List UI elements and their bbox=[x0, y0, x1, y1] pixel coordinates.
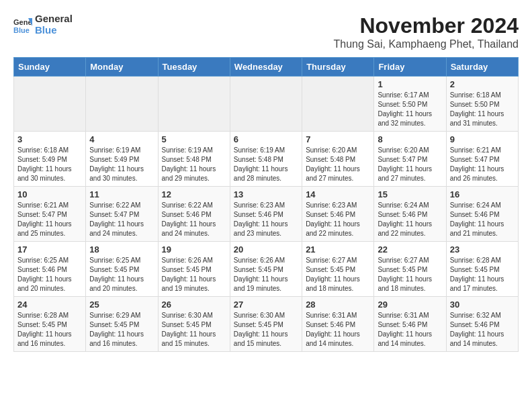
day-info: Sunrise: 6:21 AM Sunset: 5:47 PM Dayligh… bbox=[17, 201, 82, 238]
calendar-week-row: 10Sunrise: 6:21 AM Sunset: 5:47 PM Dayli… bbox=[14, 187, 519, 242]
day-number: 13 bbox=[234, 189, 298, 199]
calendar-cell: 19Sunrise: 6:26 AM Sunset: 5:45 PM Dayli… bbox=[158, 242, 230, 297]
calendar-cell: 27Sunrise: 6:30 AM Sunset: 5:45 PM Dayli… bbox=[230, 297, 302, 352]
day-number: 11 bbox=[89, 189, 154, 199]
day-info: Sunrise: 6:19 AM Sunset: 5:48 PM Dayligh… bbox=[234, 146, 298, 183]
calendar-cell: 14Sunrise: 6:23 AM Sunset: 5:46 PM Dayli… bbox=[302, 187, 374, 242]
calendar-cell: 16Sunrise: 6:24 AM Sunset: 5:46 PM Dayli… bbox=[446, 187, 518, 242]
day-number: 24 bbox=[17, 300, 82, 310]
day-info: Sunrise: 6:22 AM Sunset: 5:46 PM Dayligh… bbox=[162, 201, 226, 238]
day-info: Sunrise: 6:20 AM Sunset: 5:48 PM Dayligh… bbox=[306, 146, 370, 183]
weekday-header: Thursday bbox=[302, 58, 374, 77]
calendar-cell: 4Sunrise: 6:19 AM Sunset: 5:49 PM Daylig… bbox=[86, 132, 158, 187]
day-number: 20 bbox=[234, 244, 298, 255]
day-info: Sunrise: 6:31 AM Sunset: 5:46 PM Dayligh… bbox=[306, 311, 370, 349]
calendar-cell: 21Sunrise: 6:27 AM Sunset: 5:45 PM Dayli… bbox=[302, 242, 374, 297]
calendar-cell: 13Sunrise: 6:23 AM Sunset: 5:46 PM Dayli… bbox=[230, 187, 302, 242]
calendar-cell: 26Sunrise: 6:30 AM Sunset: 5:45 PM Dayli… bbox=[158, 297, 230, 352]
day-info: Sunrise: 6:21 AM Sunset: 5:47 PM Dayligh… bbox=[450, 146, 515, 183]
day-info: Sunrise: 6:26 AM Sunset: 5:45 PM Dayligh… bbox=[162, 256, 226, 293]
calendar-cell: 5Sunrise: 6:19 AM Sunset: 5:48 PM Daylig… bbox=[158, 132, 230, 187]
day-info: Sunrise: 6:17 AM Sunset: 5:50 PM Dayligh… bbox=[378, 91, 442, 128]
day-number: 17 bbox=[17, 244, 82, 255]
day-info: Sunrise: 6:18 AM Sunset: 5:50 PM Dayligh… bbox=[450, 91, 515, 128]
day-number: 21 bbox=[306, 244, 370, 255]
day-info: Sunrise: 6:30 AM Sunset: 5:45 PM Dayligh… bbox=[234, 311, 298, 349]
day-number: 10 bbox=[17, 189, 82, 199]
calendar-cell: 10Sunrise: 6:21 AM Sunset: 5:47 PM Dayli… bbox=[14, 187, 86, 242]
day-number: 12 bbox=[162, 189, 226, 199]
day-number: 4 bbox=[89, 134, 154, 144]
title-area: November 2024 Thung Sai, Kamphaeng Phet,… bbox=[334, 13, 519, 50]
calendar-week-row: 24Sunrise: 6:28 AM Sunset: 5:45 PM Dayli… bbox=[14, 297, 519, 352]
calendar-cell: 20Sunrise: 6:26 AM Sunset: 5:45 PM Dayli… bbox=[230, 242, 302, 297]
weekday-header: Sunday bbox=[14, 58, 86, 77]
day-number: 27 bbox=[234, 300, 298, 310]
day-number: 23 bbox=[450, 244, 515, 255]
day-number: 16 bbox=[450, 189, 515, 199]
calendar-cell: 3Sunrise: 6:18 AM Sunset: 5:49 PM Daylig… bbox=[14, 132, 86, 187]
day-info: Sunrise: 6:19 AM Sunset: 5:49 PM Dayligh… bbox=[89, 146, 154, 183]
day-info: Sunrise: 6:26 AM Sunset: 5:45 PM Dayligh… bbox=[234, 256, 298, 293]
calendar-cell: 24Sunrise: 6:28 AM Sunset: 5:45 PM Dayli… bbox=[14, 297, 86, 352]
day-info: Sunrise: 6:32 AM Sunset: 5:46 PM Dayligh… bbox=[450, 311, 515, 349]
day-number: 9 bbox=[450, 134, 515, 144]
calendar-body: 1Sunrise: 6:17 AM Sunset: 5:50 PM Daylig… bbox=[14, 77, 519, 352]
day-info: Sunrise: 6:22 AM Sunset: 5:47 PM Dayligh… bbox=[89, 201, 154, 238]
calendar-cell: 23Sunrise: 6:28 AM Sunset: 5:45 PM Dayli… bbox=[446, 242, 518, 297]
calendar-cell: 29Sunrise: 6:31 AM Sunset: 5:46 PM Dayli… bbox=[374, 297, 446, 352]
calendar-week-row: 17Sunrise: 6:25 AM Sunset: 5:46 PM Dayli… bbox=[14, 242, 519, 297]
day-number: 28 bbox=[306, 300, 370, 310]
calendar-week-row: 1Sunrise: 6:17 AM Sunset: 5:50 PM Daylig… bbox=[14, 77, 519, 132]
calendar-cell bbox=[86, 77, 158, 132]
calendar-cell: 9Sunrise: 6:21 AM Sunset: 5:47 PM Daylig… bbox=[446, 132, 518, 187]
day-info: Sunrise: 6:28 AM Sunset: 5:45 PM Dayligh… bbox=[17, 311, 82, 349]
calendar-cell bbox=[158, 77, 230, 132]
calendar-cell: 15Sunrise: 6:24 AM Sunset: 5:46 PM Dayli… bbox=[374, 187, 446, 242]
day-info: Sunrise: 6:23 AM Sunset: 5:46 PM Dayligh… bbox=[306, 201, 370, 238]
day-info: Sunrise: 6:25 AM Sunset: 5:45 PM Dayligh… bbox=[89, 256, 154, 293]
weekday-header: Monday bbox=[86, 58, 158, 77]
logo: General Blue General Blue bbox=[13, 13, 73, 36]
svg-text:Blue: Blue bbox=[13, 26, 30, 34]
weekday-header: Saturday bbox=[446, 58, 518, 77]
day-number: 1 bbox=[378, 79, 442, 89]
day-info: Sunrise: 6:27 AM Sunset: 5:45 PM Dayligh… bbox=[378, 256, 442, 293]
day-info: Sunrise: 6:20 AM Sunset: 5:47 PM Dayligh… bbox=[378, 146, 442, 183]
day-number: 19 bbox=[162, 244, 226, 255]
calendar-cell: 22Sunrise: 6:27 AM Sunset: 5:45 PM Dayli… bbox=[374, 242, 446, 297]
calendar-cell: 30Sunrise: 6:32 AM Sunset: 5:46 PM Dayli… bbox=[446, 297, 518, 352]
calendar-cell: 8Sunrise: 6:20 AM Sunset: 5:47 PM Daylig… bbox=[374, 132, 446, 187]
day-info: Sunrise: 6:18 AM Sunset: 5:49 PM Dayligh… bbox=[17, 146, 82, 183]
weekday-header-row: SundayMondayTuesdayWednesdayThursdayFrid… bbox=[14, 58, 519, 77]
day-number: 7 bbox=[306, 134, 370, 144]
calendar-cell: 11Sunrise: 6:22 AM Sunset: 5:47 PM Dayli… bbox=[86, 187, 158, 242]
day-number: 6 bbox=[234, 134, 298, 144]
calendar-cell: 2Sunrise: 6:18 AM Sunset: 5:50 PM Daylig… bbox=[446, 77, 518, 132]
day-info: Sunrise: 6:19 AM Sunset: 5:48 PM Dayligh… bbox=[162, 146, 226, 183]
weekday-header: Wednesday bbox=[230, 58, 302, 77]
day-number: 22 bbox=[378, 244, 442, 255]
day-info: Sunrise: 6:31 AM Sunset: 5:46 PM Dayligh… bbox=[378, 311, 442, 349]
calendar-cell: 18Sunrise: 6:25 AM Sunset: 5:45 PM Dayli… bbox=[86, 242, 158, 297]
calendar-week-row: 3Sunrise: 6:18 AM Sunset: 5:49 PM Daylig… bbox=[14, 132, 519, 187]
day-info: Sunrise: 6:24 AM Sunset: 5:46 PM Dayligh… bbox=[450, 201, 515, 238]
calendar-cell: 12Sunrise: 6:22 AM Sunset: 5:46 PM Dayli… bbox=[158, 187, 230, 242]
calendar-cell: 1Sunrise: 6:17 AM Sunset: 5:50 PM Daylig… bbox=[374, 77, 446, 132]
header: General Blue General Blue November 2024 … bbox=[13, 13, 519, 50]
logo-text-general: General bbox=[35, 13, 73, 25]
day-info: Sunrise: 6:23 AM Sunset: 5:46 PM Dayligh… bbox=[234, 201, 298, 238]
logo-text-blue: Blue bbox=[35, 25, 73, 36]
calendar-cell: 6Sunrise: 6:19 AM Sunset: 5:48 PM Daylig… bbox=[230, 132, 302, 187]
calendar-table: SundayMondayTuesdayWednesdayThursdayFrid… bbox=[13, 57, 519, 352]
day-number: 15 bbox=[378, 189, 442, 199]
day-info: Sunrise: 6:27 AM Sunset: 5:45 PM Dayligh… bbox=[306, 256, 370, 293]
day-info: Sunrise: 6:30 AM Sunset: 5:45 PM Dayligh… bbox=[162, 311, 226, 349]
day-info: Sunrise: 6:29 AM Sunset: 5:45 PM Dayligh… bbox=[89, 311, 154, 349]
weekday-header: Tuesday bbox=[158, 58, 230, 77]
calendar-cell: 17Sunrise: 6:25 AM Sunset: 5:46 PM Dayli… bbox=[14, 242, 86, 297]
calendar-cell: 7Sunrise: 6:20 AM Sunset: 5:48 PM Daylig… bbox=[302, 132, 374, 187]
calendar-cell bbox=[230, 77, 302, 132]
location-title: Thung Sai, Kamphaeng Phet, Thailand bbox=[334, 38, 519, 50]
month-title: November 2024 bbox=[334, 13, 519, 38]
